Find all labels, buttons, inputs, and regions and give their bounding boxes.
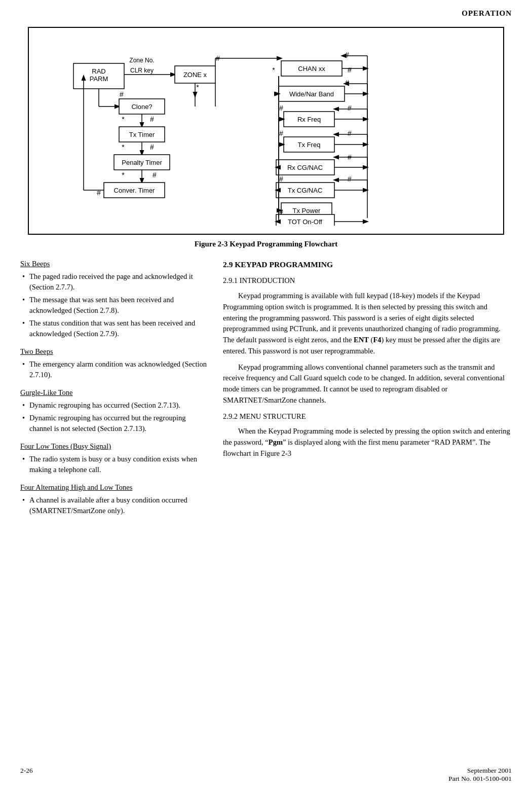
svg-text:CHAN xx: CHAN xx bbox=[298, 65, 325, 73]
four-low-list: The radio system is busy or a busy condi… bbox=[20, 454, 208, 475]
subsection2-title: 2.9.2 MENU STRUCTURE bbox=[223, 411, 512, 422]
footer-part-num: Part No. 001-5100-001 bbox=[448, 775, 512, 783]
svg-text:*: * bbox=[122, 115, 125, 123]
svg-text:RAD: RAD bbox=[92, 67, 105, 75]
svg-text:*: * bbox=[122, 171, 125, 179]
bold-f4: F4 bbox=[373, 336, 381, 344]
bold-pgm: Pgm bbox=[269, 438, 283, 446]
svg-text:#: # bbox=[345, 51, 349, 59]
svg-text:Tx Timer: Tx Timer bbox=[129, 131, 155, 138]
flowchart-svg: RAD PARM Zone No. CLR key ZONE x # * # bbox=[43, 38, 489, 226]
svg-text:#: # bbox=[348, 66, 352, 74]
list-item: Dynamic regrouping has occurred but the … bbox=[20, 413, 208, 434]
svg-text:Rx Freq: Rx Freq bbox=[297, 116, 321, 123]
list-item: The emergency alarm condition was acknow… bbox=[20, 359, 208, 380]
gurgle-list: Dynamic regrouping has occurred (Section… bbox=[20, 400, 208, 434]
right-column: 2.9 KEYPAD PROGRAMMING 2.9.1 INTRODUCTIO… bbox=[223, 259, 512, 518]
svg-text:#: # bbox=[279, 175, 283, 183]
svg-text:#: # bbox=[150, 115, 154, 123]
page-footer: 2-26 September 2001 Part No. 001-5100-00… bbox=[20, 767, 512, 783]
svg-text:Wide/Nar Band: Wide/Nar Band bbox=[289, 90, 334, 98]
svg-text:Tx Power: Tx Power bbox=[293, 207, 321, 214]
svg-text:#: # bbox=[279, 129, 283, 137]
page-body: RAD PARM Zone No. CLR key ZONE x # * # bbox=[0, 27, 532, 518]
list-item: The radio system is busy or a busy condi… bbox=[20, 454, 208, 475]
svg-text:#: # bbox=[150, 143, 154, 151]
list-item: The status condition that was sent has b… bbox=[20, 318, 208, 339]
section-two-beeps-heading: Two Beeps bbox=[20, 346, 208, 357]
svg-text:Conver. Timer: Conver. Timer bbox=[114, 187, 156, 194]
svg-text:Tx CG/NAC: Tx CG/NAC bbox=[288, 187, 323, 194]
svg-text:#: # bbox=[153, 171, 157, 179]
intro-para1: Keypad programming is available with ful… bbox=[223, 291, 512, 357]
header-title: OPERATION bbox=[462, 9, 512, 17]
svg-text:#: # bbox=[279, 208, 283, 216]
figure-caption: Figure 2-3 Keypad Programming Flowchart bbox=[20, 240, 512, 248]
svg-text:*: * bbox=[122, 143, 125, 151]
two-column-layout: Six Beeps The paged radio received the p… bbox=[20, 259, 512, 518]
svg-text:#: # bbox=[279, 104, 283, 112]
svg-text:Rx CG/NAC: Rx CG/NAC bbox=[287, 164, 323, 171]
list-item: A channel is available after a busy cond… bbox=[20, 495, 208, 516]
bold-ent: ENT bbox=[354, 336, 369, 344]
intro-para2: Keypad programming allows conventional c… bbox=[223, 362, 512, 406]
page-header: OPERATION bbox=[0, 0, 532, 22]
six-beeps-list: The paged radio received the page and ac… bbox=[20, 271, 208, 339]
svg-text:ZONE x: ZONE x bbox=[183, 71, 207, 79]
svg-text:CLR key: CLR key bbox=[130, 67, 154, 74]
footer-right: September 2001 Part No. 001-5100-001 bbox=[448, 767, 512, 783]
subsection1-title: 2.9.1 INTRODUCTION bbox=[223, 275, 512, 286]
svg-text:Zone No.: Zone No. bbox=[129, 57, 154, 64]
section-gurgle-heading: Gurgle-Like Tone bbox=[20, 387, 208, 398]
two-beeps-list: The emergency alarm condition was acknow… bbox=[20, 359, 208, 380]
svg-text:#: # bbox=[348, 129, 352, 137]
menu-structure-para: When the Keypad Programming mode is sele… bbox=[223, 426, 512, 459]
section-six-beeps-heading: Six Beeps bbox=[20, 259, 208, 269]
main-section-title: 2.9 KEYPAD PROGRAMMING bbox=[223, 259, 512, 270]
flowchart-container: RAD PARM Zone No. CLR key ZONE x # * # bbox=[28, 27, 504, 235]
svg-text:*: * bbox=[196, 83, 199, 91]
svg-text:TOT On-Off: TOT On-Off bbox=[288, 218, 322, 226]
svg-text:*: * bbox=[272, 66, 275, 74]
svg-text:Penalty Timer: Penalty Timer bbox=[122, 159, 162, 166]
list-item: Dynamic regrouping has occurred (Section… bbox=[20, 400, 208, 411]
svg-text:#: # bbox=[348, 104, 352, 112]
svg-text:#: # bbox=[120, 90, 124, 98]
list-item: The paged radio received the page and ac… bbox=[20, 271, 208, 293]
section-four-alt-heading: Four Alternating High and Low Tones bbox=[20, 482, 208, 493]
svg-text:PARM: PARM bbox=[90, 75, 108, 83]
four-alt-list: A channel is available after a busy cond… bbox=[20, 495, 208, 516]
left-column: Six Beeps The paged radio received the p… bbox=[20, 259, 208, 518]
svg-text:#: # bbox=[345, 79, 349, 87]
footer-page-num: 2-26 bbox=[20, 767, 33, 783]
footer-date: September 2001 bbox=[448, 767, 512, 775]
section-four-low-heading: Four Low Tones (Busy Signal) bbox=[20, 441, 208, 452]
list-item: The message that was sent has been recei… bbox=[20, 295, 208, 316]
svg-text:Tx Freq: Tx Freq bbox=[298, 141, 321, 149]
svg-text:Clone?: Clone? bbox=[131, 103, 152, 111]
svg-text:#: # bbox=[348, 175, 352, 183]
